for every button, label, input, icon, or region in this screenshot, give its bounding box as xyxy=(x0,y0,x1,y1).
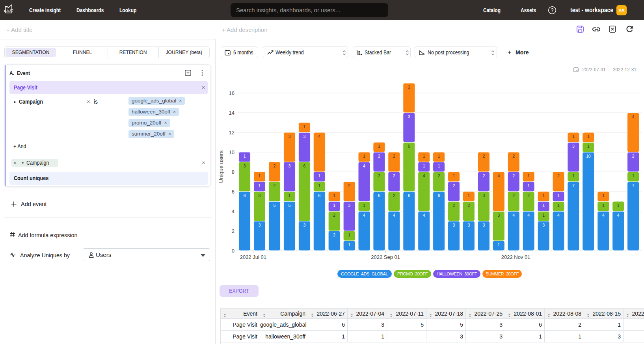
svg-text:7: 7 xyxy=(632,183,635,188)
svg-text:6: 6 xyxy=(438,193,440,198)
svg-text:1: 1 xyxy=(572,173,575,178)
svg-text:4: 4 xyxy=(393,213,395,218)
svg-text:2: 2 xyxy=(453,203,455,208)
svg-text:6: 6 xyxy=(244,193,246,198)
svg-text:2022 Nov 01: 2022 Nov 01 xyxy=(501,254,530,260)
svg-text:1: 1 xyxy=(244,154,246,158)
svg-text:1: 1 xyxy=(453,173,455,178)
svg-text:3: 3 xyxy=(467,223,470,227)
svg-text:1: 1 xyxy=(527,173,530,178)
svg-text:1: 1 xyxy=(348,242,350,247)
svg-text:1: 1 xyxy=(572,134,575,139)
svg-text:1: 1 xyxy=(438,164,440,168)
svg-text:4: 4 xyxy=(363,213,365,218)
svg-text:2: 2 xyxy=(333,213,335,218)
svg-text:2: 2 xyxy=(273,164,275,168)
svg-text:3: 3 xyxy=(542,223,545,227)
svg-text:3: 3 xyxy=(288,134,290,139)
svg-text:6: 6 xyxy=(378,193,380,198)
svg-text:1: 1 xyxy=(318,183,320,188)
svg-text:1: 1 xyxy=(363,154,365,158)
svg-text:3: 3 xyxy=(497,213,500,218)
svg-text:2022 Sep 01: 2022 Sep 01 xyxy=(371,254,400,260)
svg-text:1: 1 xyxy=(542,193,545,198)
svg-text:3: 3 xyxy=(348,203,350,208)
svg-text:1: 1 xyxy=(378,144,380,149)
svg-text:2: 2 xyxy=(453,183,455,188)
svg-text:4: 4 xyxy=(527,213,530,218)
svg-text:3: 3 xyxy=(482,223,485,227)
svg-text:1: 1 xyxy=(542,213,545,218)
svg-text:4: 4 xyxy=(497,173,500,178)
svg-text:2: 2 xyxy=(348,183,350,188)
svg-text:5: 5 xyxy=(273,203,275,208)
svg-text:3: 3 xyxy=(408,114,410,119)
svg-text:6: 6 xyxy=(303,164,305,168)
svg-text:3: 3 xyxy=(482,193,485,198)
svg-text:3: 3 xyxy=(259,223,261,227)
svg-text:10: 10 xyxy=(229,149,235,155)
svg-text:2: 2 xyxy=(438,173,440,178)
svg-text:1: 1 xyxy=(527,183,530,188)
svg-text:1: 1 xyxy=(602,203,605,208)
svg-text:4: 4 xyxy=(423,173,425,178)
svg-text:2: 2 xyxy=(527,193,530,198)
svg-text:3: 3 xyxy=(303,223,305,227)
svg-text:4: 4 xyxy=(602,213,605,218)
svg-text:4: 4 xyxy=(617,213,620,218)
svg-text:8: 8 xyxy=(232,169,235,175)
svg-text:4: 4 xyxy=(512,213,515,218)
svg-text:?: ? xyxy=(551,7,554,13)
svg-text:1: 1 xyxy=(333,203,335,208)
svg-text:2: 2 xyxy=(393,173,395,178)
svg-text:0: 0 xyxy=(232,248,235,254)
svg-text:1: 1 xyxy=(467,193,470,198)
svg-text:6: 6 xyxy=(408,193,410,198)
svg-text:14: 14 xyxy=(229,110,235,116)
svg-text:2: 2 xyxy=(512,154,515,158)
svg-text:4: 4 xyxy=(632,114,635,119)
svg-text:3: 3 xyxy=(408,85,410,89)
svg-text:3: 3 xyxy=(303,134,305,139)
svg-text:6: 6 xyxy=(318,193,320,198)
svg-text:10: 10 xyxy=(586,154,591,158)
svg-text:2: 2 xyxy=(512,173,515,178)
svg-text:2: 2 xyxy=(512,193,515,198)
svg-text:1: 1 xyxy=(632,173,635,178)
svg-text:1: 1 xyxy=(587,134,590,139)
svg-text:1: 1 xyxy=(617,203,620,208)
svg-text:6: 6 xyxy=(232,189,235,195)
svg-text:2022 Jul 01: 2022 Jul 01 xyxy=(240,254,266,260)
svg-text:2: 2 xyxy=(482,154,485,158)
svg-text:3: 3 xyxy=(288,164,290,168)
svg-text:1: 1 xyxy=(259,183,261,188)
svg-text:1: 1 xyxy=(318,173,320,178)
svg-text:2: 2 xyxy=(467,203,470,208)
svg-text:1: 1 xyxy=(542,203,545,208)
svg-text:4: 4 xyxy=(318,134,320,139)
svg-text:Unique users: Unique users xyxy=(218,151,224,183)
svg-text:1: 1 xyxy=(557,193,560,198)
svg-text:1: 1 xyxy=(557,203,560,208)
svg-text:16: 16 xyxy=(229,90,235,96)
svg-text:1: 1 xyxy=(348,232,350,237)
svg-text:2: 2 xyxy=(482,173,485,178)
svg-text:1: 1 xyxy=(303,124,305,129)
svg-text:4: 4 xyxy=(423,213,425,218)
svg-text:4: 4 xyxy=(363,164,365,168)
svg-text:1: 1 xyxy=(602,193,605,198)
svg-text:5: 5 xyxy=(288,203,290,208)
svg-text:2: 2 xyxy=(393,193,395,198)
svg-text:3: 3 xyxy=(244,164,246,168)
svg-text:1: 1 xyxy=(259,173,261,178)
svg-text:1: 1 xyxy=(363,203,365,208)
svg-text:1: 1 xyxy=(497,242,500,247)
svg-text:7: 7 xyxy=(572,183,575,188)
svg-text:12: 12 xyxy=(229,130,235,136)
svg-text:2: 2 xyxy=(557,173,560,178)
svg-text:2: 2 xyxy=(333,232,335,237)
svg-text:2: 2 xyxy=(632,154,635,158)
svg-text:4: 4 xyxy=(232,208,235,214)
svg-text:1: 1 xyxy=(333,193,335,198)
svg-text:2: 2 xyxy=(378,173,380,178)
